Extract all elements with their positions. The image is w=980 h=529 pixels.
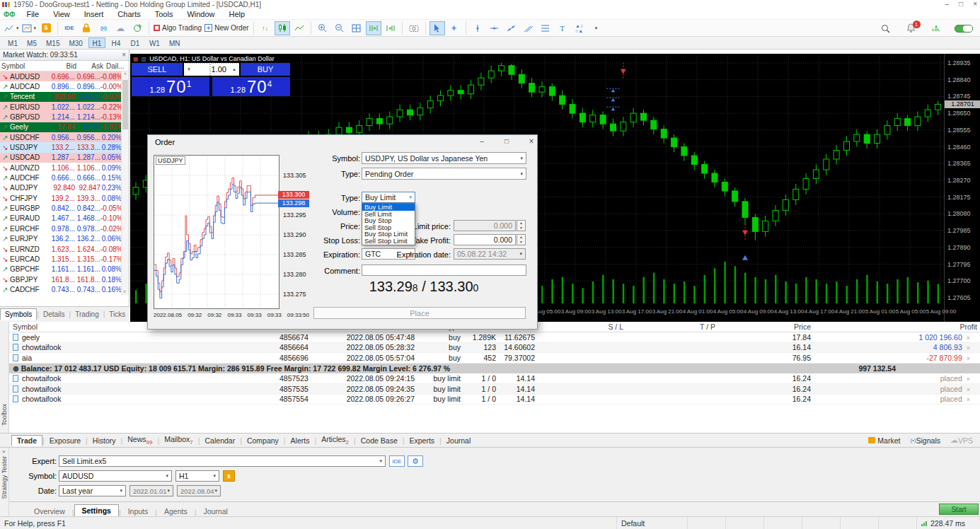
order-kind-select[interactable]: Pending Order▾	[362, 168, 526, 180]
status-profile[interactable]: Default	[616, 517, 687, 529]
timeframe-d1[interactable]: D1	[127, 37, 144, 48]
market-watch-row[interactable]: ↗AUDCHF0.666...0.666...0.15%	[0, 173, 122, 182]
trade-row[interactable]: chowtaifook48575352022.08.05 09:24:35buy…	[9, 384, 980, 395]
close-icon[interactable]: ×	[973, 0, 977, 8]
market-watch-row[interactable]: ↗EURJPY136.2...136.2...0.06%	[0, 234, 122, 244]
market-watch-close-icon[interactable]: ×	[122, 51, 126, 59]
market-bag[interactable]: Market	[868, 436, 900, 445]
horizontal-line-icon[interactable]	[487, 21, 502, 35]
toolbox-tab-journal[interactable]: Journal	[442, 436, 475, 446]
place-button[interactable]: Place	[313, 307, 526, 319]
trade-row[interactable]: chowtaifook48566642022.08.05 05:28:32buy…	[9, 343, 980, 354]
mw-column-0[interactable]: Symbol	[0, 62, 50, 70]
timeframe-h1[interactable]: H1	[88, 37, 105, 48]
market-watch-row[interactable]: ↘AUDJPY92.84092.8470.23%	[0, 183, 122, 193]
tile-windows-icon[interactable]	[349, 21, 364, 35]
channel-icon[interactable]	[521, 21, 536, 35]
market-watch-row[interactable]: ↗GBPUSD1.214...1.214...-0.13%	[0, 112, 122, 122]
chart-shift-icon[interactable]	[383, 21, 398, 35]
zoom-in-icon[interactable]	[315, 21, 330, 35]
signals-icon[interactable]: ((•))	[96, 21, 111, 35]
tester-date-range-select[interactable]: Last year▾	[59, 485, 126, 496]
close-position-icon[interactable]: ×	[967, 344, 970, 351]
menu-view[interactable]: View	[46, 10, 77, 18]
market-watch-row[interactable]: ↘GBPJPY161.8...161.8...0.18%	[0, 274, 122, 284]
start-button[interactable]: Start	[939, 504, 979, 515]
close-position-icon[interactable]: ×	[967, 396, 970, 403]
tester-close-icon[interactable]: ×	[2, 448, 6, 455]
search-icon[interactable]	[877, 21, 893, 35]
col-7[interactable]: T / P	[626, 322, 718, 331]
cursor-icon[interactable]	[430, 21, 445, 35]
toolbox-tab-articles[interactable]: Articles2	[316, 434, 354, 446]
mw-tab-symbols[interactable]: Symbols	[0, 308, 37, 320]
signals-dot[interactable]: (•) Signals	[910, 436, 940, 445]
tester-tab-settings[interactable]: Settings	[74, 504, 119, 517]
vps-cloud[interactable]: ☁ VPS	[950, 436, 973, 445]
ide-button[interactable]: IDE	[389, 455, 405, 467]
market-watch-row[interactable]: ↘USDJPY133.2...133.3...0.28%	[0, 142, 122, 152]
dialog-maximize-icon[interactable]: □	[501, 136, 512, 146]
mw-tab-details[interactable]: Details	[39, 309, 69, 320]
stop-limit-spinner[interactable]: ▲▼	[517, 220, 526, 231]
text-icon[interactable]: T	[555, 21, 570, 35]
market-watch-row[interactable]: ↘AUDNZD1.106...1.106...0.09%	[0, 163, 122, 173]
toolbox-tab-calendar[interactable]: Calendar	[200, 436, 241, 446]
take-profit-field[interactable]: 0.000	[454, 234, 516, 245]
expiration-date-field[interactable]: 05.08.22 14:32▾	[454, 248, 526, 260]
mw-tab-ticks[interactable]: Ticks	[105, 309, 129, 320]
new-order-icon[interactable]: +New Order	[204, 21, 249, 35]
market-dollar-icon[interactable]: $	[38, 21, 54, 35]
tester-deposit-icon[interactable]: $	[223, 470, 235, 482]
market-watch-row[interactable]: ↗EURGBP0.842...0.842...-0.05%	[0, 203, 122, 213]
market-watch-row[interactable]: ↗EURAUD1.467...1.468...-0.10%	[0, 214, 122, 223]
mw-column-1[interactable]: Bid	[50, 62, 78, 70]
fibonacci-icon[interactable]	[538, 21, 553, 35]
dialog-close-icon[interactable]: ×	[526, 136, 537, 146]
algo-trading-icon[interactable]: Algo Trading	[153, 21, 202, 35]
market-watch-row[interactable]: ↗Geely17.8417.94-1.92%	[0, 122, 122, 132]
tester-symbol-select[interactable]: AUDUSD▾	[59, 470, 172, 482]
timeframe-w1[interactable]: W1	[146, 37, 163, 48]
minimize-icon[interactable]: –	[945, 0, 950, 8]
toolbox-tab-company[interactable]: Company	[242, 436, 284, 446]
notifications-icon[interactable]: 1	[903, 21, 918, 35]
candles-icon[interactable]	[275, 21, 290, 35]
toolbox-tab-news[interactable]: News99	[122, 434, 157, 446]
order-type-option[interactable]: Sell Stop Limit	[362, 238, 415, 245]
trendline-icon[interactable]	[504, 21, 519, 35]
market-watch-row[interactable]: ↗EURCHF0.978...0.978...-0.02%	[0, 223, 122, 233]
zoom-out-icon[interactable]	[332, 21, 347, 35]
autoscroll-icon[interactable]	[366, 21, 381, 35]
tester-tab-journal[interactable]: Journal	[196, 506, 234, 517]
menu-insert[interactable]: Insert	[77, 10, 111, 18]
col-8[interactable]: Price	[718, 322, 814, 331]
community-icon[interactable]	[129, 21, 145, 35]
market-watch-row[interactable]: ↗USDCHF0.956...0.956...0.20%	[0, 132, 122, 142]
tester-tab-inputs[interactable]: Inputs	[121, 506, 156, 517]
price-axis[interactable]: 1.289351.288401.287451.286501.285551.284…	[944, 54, 980, 322]
menu-file[interactable]: File	[19, 10, 46, 18]
dialog-minimize-icon[interactable]: –	[476, 136, 488, 146]
mw-tab-trading[interactable]: Trading	[71, 309, 103, 320]
menu-window[interactable]: Window	[180, 10, 221, 18]
trade-row[interactable]: aia48566962022.08.05 05:57:04buy45279.37…	[9, 353, 980, 364]
timeframe-mn[interactable]: MN	[166, 37, 184, 48]
close-position-icon[interactable]: ×	[967, 386, 970, 393]
market-watch-row[interactable]: ↗Tencent308.60309.00-0.93%	[0, 92, 122, 102]
maximize-icon[interactable]: □	[959, 0, 963, 8]
market-watch-columns[interactable]: SymbolBidAskDail...	[0, 61, 129, 71]
market-watch-row[interactable]: ↘EURNZD1.623...1.624...-0.08%	[0, 244, 122, 254]
tester-tab-agents[interactable]: Agents	[157, 506, 195, 517]
ide-icon[interactable]: IDE	[62, 21, 77, 35]
close-position-icon[interactable]: ×	[967, 376, 970, 383]
toolbox-tab-history[interactable]: History	[88, 436, 121, 446]
menu-charts[interactable]: Charts	[110, 10, 147, 18]
vertical-line-icon[interactable]	[470, 21, 485, 35]
trade-row[interactable]: chowtaifook48575232022.08.05 09:24:15buy…	[9, 373, 980, 384]
timeframe-h4[interactable]: H4	[108, 37, 125, 48]
tester-period-select[interactable]: H1▾	[175, 470, 219, 482]
screenshot-icon[interactable]	[406, 21, 422, 35]
market-watch-row[interactable]: ↗CADCHF0.743...0.743...0.16%	[0, 284, 122, 294]
more-dropdown-icon[interactable]: ▾	[589, 21, 604, 35]
